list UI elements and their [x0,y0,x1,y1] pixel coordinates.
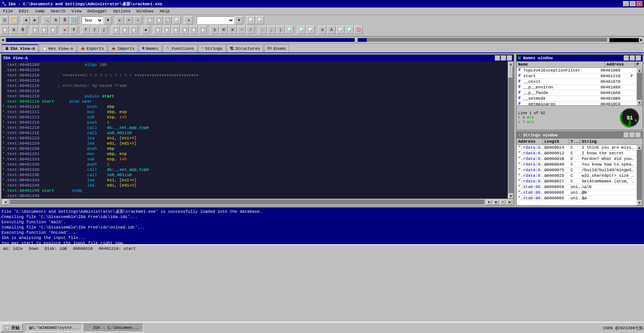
tab-enums[interactable]: En Enums [264,44,289,52]
hscroll-right-button[interactable]: ► [487,200,492,205]
tb2-btn-20[interactable]: 📋 [190,26,198,34]
tb2-btn-15[interactable]: ● [142,26,150,34]
tb-btn-green[interactable]: ● [185,16,193,24]
vscroll-down-button[interactable]: ▼ [508,193,514,199]
view-type-dropdown[interactable]: Text Graph [82,16,103,24]
tb-btn-play[interactable]: ▶ [116,16,124,24]
tb-btn-3[interactable]: 🔍 [43,16,51,24]
strings-content[interactable]: ".rdata:0... 00000024 C I think you are … [517,145,637,205]
tb2-btn-21[interactable]: 📋 [199,26,207,34]
console-area[interactable]: File 'C:\Documents and Settings\Administ… [0,207,644,244]
str-row-4[interactable]: ".rdata:0... 00000075 C /build/buildd/mi… [517,167,637,173]
tb2-btn-32[interactable]: 📊 [306,26,315,34]
names-row-1[interactable]: F start 00401210 P [517,73,637,79]
hscroll-extra-btn2[interactable]: ? [500,200,505,205]
tb-btn-e[interactable]: 📊 [247,16,255,24]
menu-debugger[interactable]: Debugger [84,8,110,14]
tb2-btn-5[interactable]: 📋 [40,26,48,34]
progress-thumb[interactable] [355,38,358,43]
hscroll-extra-btn1[interactable]: ■ [493,200,499,205]
tb2-btn-4[interactable]: 📋 [31,26,39,34]
ida-view-minimize[interactable]: _ [495,55,500,61]
names-scroll-track[interactable] [637,73,642,100]
tb-btn-a[interactable]: 📋 [146,16,154,24]
tb2-btn-31[interactable]: 📊 [297,26,306,34]
tb-btn-4[interactable]: N [52,16,60,24]
tb-open[interactable]: 📂 [10,16,18,24]
hscroll-extra-btn3[interactable]: ■ [507,200,512,205]
tab-structures[interactable]: 🏗 Structures [227,44,263,52]
names-row-0[interactable]: F TopLevelExceptionFilter 00401000 [517,68,637,73]
tab-exports[interactable]: 📤 Exports [77,44,107,52]
tb-btn-6[interactable]: 🔢 [70,16,78,24]
menu-help[interactable]: Help [157,8,172,14]
tab-strings[interactable]: ~ Strings [198,44,226,52]
taskbar-item-ida[interactable]: 🔧 IDA - C:\Documen... [84,324,143,332]
hscroll-left-button[interactable]: ◄ [3,200,8,205]
tb-btn-stop[interactable]: ✕ [134,16,142,24]
str-row-3[interactable]: ".rdata:0... 00000040 C You know how to … [517,162,637,167]
tb-btn-d[interactable]: 📊 [173,16,181,24]
tb2-btn-14[interactable]: 📋 [130,26,138,34]
tb-nav-fwd[interactable]: ► [31,16,39,24]
tb2-btn-35[interactable]: 📊 [336,26,345,34]
menu-search[interactable]: Search [48,8,69,14]
tb-dropdown-arrow[interactable]: ▼ [104,16,112,24]
str-row-2[interactable]: ".rdata:0... 0000001B C Pardon? What did… [517,156,637,162]
ida-view-maximize[interactable]: □ [501,55,506,61]
strings-maximize[interactable]: □ [630,133,635,138]
tab-hex-view-a[interactable]: 📋 Hex View-A [39,44,76,52]
tb2-btn-18[interactable]: 📋 [172,26,180,34]
tb2-btn-8[interactable]: T [70,26,78,34]
tb-new[interactable]: 🗋 [1,16,9,24]
names-row-4[interactable]: F __p__fmode 004018A0 [517,90,637,96]
vscroll-up-button[interactable]: ▲ [508,61,514,67]
names-close[interactable]: ✕ [636,55,641,61]
tb-btn-5[interactable]: N̄ [61,16,69,24]
hscroll-track[interactable] [10,200,485,205]
menu-jump[interactable]: Jump [32,8,48,14]
menu-options[interactable]: Options [110,8,133,14]
names-row-2[interactable]: F __cexit 00401870 [517,79,637,85]
str-row-5[interactable]: ".rdata:0... 0000002D C w32_sharedptr> s… [517,173,637,179]
tb2-btn-34[interactable]: Ā [327,26,336,34]
str-row-8[interactable]: ".stab:00... 00000006 uni... @N [517,190,637,196]
tb2-btn-23[interactable]: M [220,26,228,34]
tb2-btn-1[interactable]: 📋 [1,26,9,34]
tb2-btn-10[interactable]: ƒ [91,26,99,34]
address-dropdown[interactable] [197,16,234,24]
strings-minimize[interactable]: _ [624,133,629,138]
progress-slider[interactable] [6,38,608,42]
vscroll-track[interactable] [508,67,514,193]
tb-btn-c[interactable]: 🔄 [164,16,172,24]
tb2-btn-33[interactable]: A [318,26,327,34]
tb2-btn-3[interactable]: N̈ [19,26,27,34]
tb2-btn-6[interactable]: 📋 [49,26,57,34]
tb2-btn-30[interactable]: 📊 [285,26,294,34]
menu-edit[interactable]: Edit [16,8,31,14]
tb2-btn-37[interactable]: 🚫 [354,26,363,34]
str-row-1[interactable]: ".rdata:0... 00000012 C I know the secre… [517,151,637,156]
tb2-btn-11[interactable]: ∫ [100,26,108,34]
tb-btn-f[interactable]: 📊 [256,16,264,24]
tb2-btn-28[interactable]: ; [267,26,276,34]
names-row-6[interactable]: F __getmainargs 004018C0 [517,102,637,105]
strings-scroll-down[interactable]: ▼ [637,200,642,205]
str-row-6[interactable]: ".rdata:0... 00000027 C GetAtomNameA (at… [517,179,637,184]
tb2-btn-19[interactable]: 📋 [181,26,189,34]
tb2-btn-24[interactable]: K [229,26,237,34]
tb-btn-b[interactable]: 📋 [155,16,163,24]
tb2-btn-26[interactable]: / [247,26,255,34]
tab-functions[interactable]: 🔧 Functions [163,44,197,52]
tab-ida-view-a[interactable]: 🖥 IDA View-A [1,44,38,52]
progress-left-arrow[interactable]: ◄ [1,38,4,42]
maximize-button[interactable]: □ [630,1,636,6]
names-minimize[interactable]: _ [624,55,629,61]
str-row-9[interactable]: ".stab:00... 00000006 uni... $a [517,196,637,201]
names-content[interactable]: F TopLevelExceptionFilter 00401000 F sta… [517,68,637,105]
names-row-3[interactable]: F __p__environ 00401880 [517,85,637,90]
progress-right-arrow[interactable]: ► [640,38,643,42]
ida-view-close[interactable]: ✕ [507,55,512,61]
tb-nav-back[interactable]: ◄ [22,16,30,24]
tb2-btn-27[interactable]: : [258,26,267,34]
